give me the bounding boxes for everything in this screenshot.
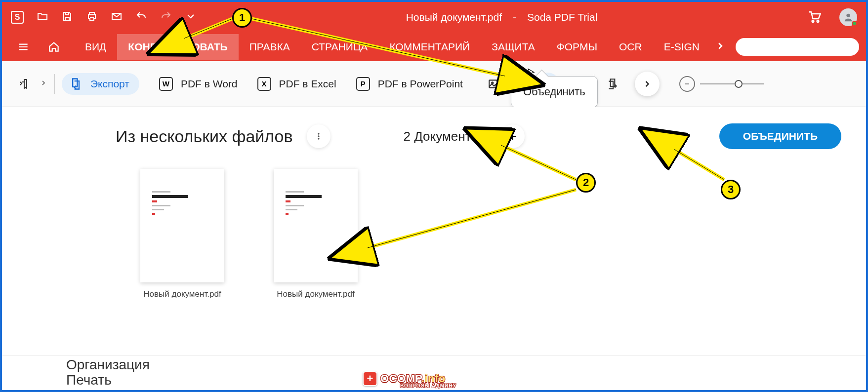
zoom-slider-track[interactable]: [700, 83, 764, 84]
svg-point-2: [846, 14, 850, 17]
svg-point-0: [812, 20, 814, 22]
merge-button[interactable]: ОБЪЕДИНИТЬ: [719, 123, 841, 149]
bookmark-icon[interactable]: [12, 73, 35, 95]
menu-edit[interactable]: ПРАВКА: [239, 34, 301, 60]
pdf-to-excel-button[interactable]: X PDF в Excel: [257, 77, 336, 91]
document-item[interactable]: Новый документ.pdf: [140, 169, 224, 299]
menu-forms[interactable]: ФОРМЫ: [546, 34, 608, 60]
merge-tooltip: Объединить: [511, 76, 598, 108]
zoom-slider-thumb[interactable]: [735, 80, 743, 88]
document-count-label: 2 Документа: [404, 129, 478, 144]
chevron-right-icon[interactable]: [40, 79, 47, 89]
image-icon[interactable]: [483, 73, 505, 95]
open-icon[interactable]: [37, 10, 48, 24]
excel-icon: X: [257, 77, 271, 91]
content-title: Из нескольких файлов: [116, 127, 293, 146]
home-icon[interactable]: [43, 37, 64, 57]
document-name: Новый документ.pdf: [143, 289, 221, 299]
document-title: Новый документ.pdf - Soda PDF Trial: [406, 11, 598, 23]
annotation-2: 2: [576, 173, 596, 193]
app-logo[interactable]: S: [11, 11, 24, 24]
menu-view[interactable]: ВИД: [74, 34, 117, 60]
main-menu: ВИД КОНВЕРТИРОВАТЬ ПРАВКА СТРАНИЦА КОММЕ…: [2, 33, 866, 61]
word-icon: W: [159, 77, 173, 91]
menu-ocr[interactable]: OCR: [608, 34, 653, 60]
zoom-control[interactable]: [679, 76, 764, 92]
menu-esign[interactable]: E-SIGN: [653, 34, 710, 60]
menu-page[interactable]: СТРАНИЦА: [301, 34, 379, 60]
dropdown-icon[interactable]: [185, 10, 197, 24]
svg-point-7: [318, 138, 319, 139]
cart-icon[interactable]: [807, 9, 822, 26]
menu-protect[interactable]: ЗАЩИТА: [481, 34, 546, 60]
watermark: + OCOMP.info ВОПРОСЫ АДМИНУ: [363, 371, 446, 386]
more-options-button[interactable]: [307, 124, 331, 148]
cursor-icon: [527, 67, 537, 79]
svg-point-6: [318, 135, 319, 137]
redo-icon[interactable]: [160, 10, 172, 24]
add-document-button[interactable]: +: [501, 124, 525, 148]
svg-point-1: [817, 20, 819, 22]
merge-content: Из нескольких файлов 2 Документа + ОБЪЕД…: [2, 107, 866, 344]
titlebar: S Новый документ.pdf - Soda PDF Trial: [2, 2, 866, 33]
print-icon[interactable]: [86, 10, 98, 24]
document-thumbnail: [274, 169, 358, 282]
pdf-to-word-button[interactable]: W PDF в Word: [159, 77, 238, 91]
ppt-icon: P: [356, 77, 370, 91]
pdf-to-ppt-button[interactable]: P PDF в PowerPoint: [356, 77, 463, 91]
mail-icon[interactable]: [111, 10, 123, 24]
search-input[interactable]: [736, 38, 859, 56]
annotation-3: 3: [721, 180, 741, 199]
menu-overflow-icon[interactable]: [715, 40, 726, 54]
menu-convert[interactable]: КОНВЕРТИРОВАТЬ: [117, 34, 238, 60]
export-button[interactable]: Экспорт: [62, 73, 139, 95]
user-avatar[interactable]: [839, 8, 857, 26]
annotation-1: 1: [232, 8, 252, 28]
hamburger-icon[interactable]: [13, 37, 34, 57]
save-icon[interactable]: [61, 10, 73, 24]
zoom-out-icon[interactable]: [679, 76, 695, 92]
document-name: Новый документ.pdf: [277, 289, 354, 299]
menu-comment[interactable]: КОММЕНТАРИЙ: [378, 34, 481, 60]
document-thumbnail: [140, 169, 224, 282]
undo-icon[interactable]: [135, 10, 147, 24]
pages-icon[interactable]: [601, 73, 624, 95]
convert-toolbar: Экспорт W PDF в Word X PDF в Excel P PDF…: [2, 61, 866, 107]
toolbar-next-button[interactable]: [635, 72, 660, 96]
svg-point-5: [318, 133, 319, 134]
document-item[interactable]: Новый документ.pdf: [274, 169, 358, 299]
